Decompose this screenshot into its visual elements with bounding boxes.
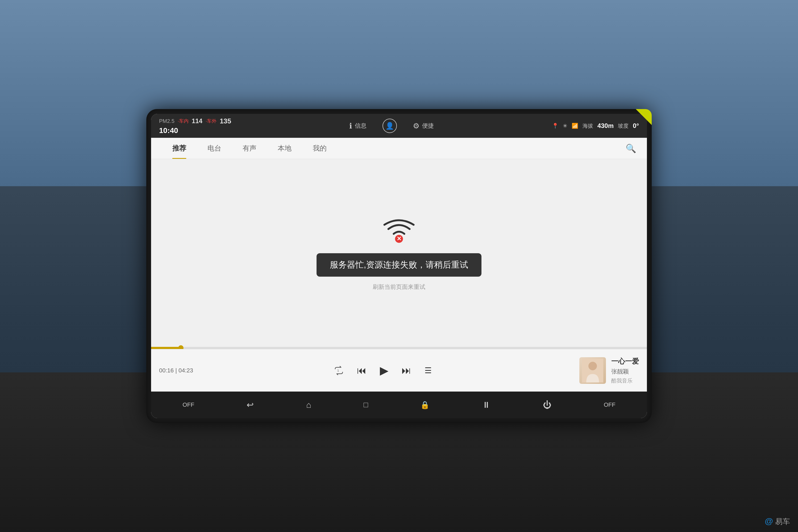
tab-audio[interactable]: 有声 bbox=[232, 138, 267, 159]
error-message-text: 服务器忙,资源连接失败，请稍后重试 bbox=[330, 260, 469, 269]
info-label: 信息 bbox=[355, 122, 366, 130]
clock: 10:40 bbox=[159, 126, 231, 135]
track-source: 酷我音乐 bbox=[611, 377, 639, 384]
bottom-off-left[interactable]: OFF bbox=[177, 401, 200, 408]
slope-label: 坡度 bbox=[618, 122, 629, 130]
home-icon: ⌂ bbox=[306, 400, 311, 410]
user-avatar-icon[interactable]: 👤 bbox=[382, 119, 397, 133]
tab-radio[interactable]: 电台 bbox=[197, 138, 232, 159]
track-artist: 张靓颖 bbox=[611, 367, 639, 376]
wifi-error-icon: ✕ bbox=[383, 217, 415, 244]
progress-bar-area[interactable] bbox=[151, 347, 647, 349]
player-time: 00:16 | 04:23 bbox=[159, 367, 193, 374]
svg-text:1: 1 bbox=[337, 369, 339, 372]
retry-hint: 刷新当前页面来重试 bbox=[373, 283, 425, 291]
convenience-menu-item[interactable]: ⚙ 便捷 bbox=[413, 121, 434, 130]
track-thumbnail bbox=[580, 357, 606, 384]
track-title: 一心一爱 bbox=[611, 357, 639, 366]
altitude-value: 430m bbox=[597, 122, 614, 130]
exterior-dot: ·车外 bbox=[206, 118, 216, 124]
player-bar: 00:16 | 04:23 1 ⏮ ▶ ⏭ ☰ bbox=[151, 349, 647, 392]
back-icon: ↩ bbox=[247, 400, 254, 410]
bottom-nav: OFF ↩ ⌂ □ 🔒 ⏸ ⏻ OFF bbox=[151, 392, 647, 418]
bottom-home-button[interactable]: ⌂ bbox=[301, 400, 317, 410]
progress-fill bbox=[151, 347, 181, 349]
exterior-value: 135 bbox=[220, 117, 231, 125]
bottom-recents-button[interactable]: □ bbox=[358, 401, 374, 409]
bottom-back-button[interactable]: ↩ bbox=[241, 400, 259, 410]
pm25-label: PM2.5 bbox=[159, 118, 174, 124]
repeat-button[interactable]: 1 bbox=[334, 366, 344, 375]
player-track-info: 一心一爱 张靓颖 酷我音乐 bbox=[565, 357, 639, 384]
gear-icon: ⚙ bbox=[413, 121, 419, 130]
tab-local[interactable]: 本地 bbox=[267, 138, 302, 159]
altitude-label: 海拔 bbox=[583, 122, 593, 130]
interior-dot: ·车内 bbox=[178, 118, 189, 124]
play-button[interactable]: ▶ bbox=[380, 364, 388, 377]
slope-value: 0° bbox=[633, 122, 639, 130]
main-content: ✕ 服务器忙,资源连接失败，请稍后重试 刷新当前页面来重试 bbox=[151, 159, 647, 349]
user-icon: 👤 bbox=[385, 122, 394, 130]
screen-bezel: PM2.5 ·车内 114 ·车外 135 10:40 ℹ 信息 👤 ⚙ bbox=[146, 109, 652, 423]
search-button[interactable]: 🔍 bbox=[626, 144, 636, 153]
status-right: 📍 ✳ 📶 海拔 430m 坡度 0° bbox=[552, 122, 639, 130]
status-left: PM2.5 ·车内 114 ·车外 135 10:40 bbox=[159, 117, 231, 135]
repeat-icon: 1 bbox=[334, 366, 344, 375]
tab-mine[interactable]: 我的 bbox=[302, 138, 337, 159]
bottom-off-left-label: OFF bbox=[183, 401, 194, 408]
track-meta: 一心一爱 张靓颖 酷我音乐 bbox=[611, 357, 639, 384]
nav-tabs: 推荐 电台 有声 本地 我的 🔍 bbox=[151, 138, 647, 159]
previous-button[interactable]: ⏮ bbox=[357, 365, 366, 376]
bluetooth-icon: ✳ bbox=[563, 122, 567, 129]
playlist-button[interactable]: ☰ bbox=[424, 366, 432, 375]
power-icon: ⏻ bbox=[543, 400, 551, 410]
info-icon: ℹ bbox=[349, 121, 352, 130]
player-controls: 1 ⏮ ▶ ⏭ ☰ bbox=[201, 364, 565, 377]
recents-icon: □ bbox=[364, 401, 368, 409]
error-message-box: 服务器忙,资源连接失败，请稍后重试 bbox=[317, 253, 482, 277]
svg-point-3 bbox=[588, 362, 597, 370]
bottom-lock-button[interactable]: 🔒 bbox=[415, 401, 435, 410]
bottom-off-right-label: OFF bbox=[604, 401, 615, 408]
convenience-label: 便捷 bbox=[422, 122, 434, 130]
watermark: @ 易车 bbox=[765, 516, 790, 527]
bottom-power-button[interactable]: ⏻ bbox=[537, 400, 557, 410]
interior-value: 114 bbox=[192, 117, 203, 125]
artist-thumbnail bbox=[582, 359, 603, 382]
status-bar: PM2.5 ·车内 114 ·车外 135 10:40 ℹ 信息 👤 ⚙ bbox=[151, 114, 647, 138]
signal-icon: 📶 bbox=[572, 122, 578, 129]
tab-recommend[interactable]: 推荐 bbox=[162, 138, 197, 159]
pause-icon: ⏸ bbox=[482, 400, 491, 410]
info-menu-item[interactable]: ℹ 信息 bbox=[349, 121, 366, 130]
pm-row: PM2.5 ·车内 114 ·车外 135 bbox=[159, 117, 231, 125]
location-icon: 📍 bbox=[552, 122, 558, 129]
current-time: 00:16 bbox=[159, 367, 174, 374]
status-center: ℹ 信息 👤 ⚙ 便捷 bbox=[231, 119, 552, 133]
bottom-off-right[interactable]: OFF bbox=[598, 401, 621, 408]
watermark-text: 易车 bbox=[775, 517, 790, 526]
bottom-pause-button[interactable]: ⏸ bbox=[477, 400, 496, 410]
wifi-error-container: ✕ bbox=[383, 217, 415, 244]
total-time: 04:23 bbox=[178, 367, 193, 374]
next-button[interactable]: ⏭ bbox=[402, 365, 411, 376]
lock-icon: 🔒 bbox=[420, 401, 430, 410]
time-separator: | bbox=[175, 367, 178, 374]
error-badge: ✕ bbox=[394, 234, 404, 244]
infotainment-screen: PM2.5 ·车内 114 ·车外 135 10:40 ℹ 信息 👤 ⚙ bbox=[151, 114, 647, 418]
